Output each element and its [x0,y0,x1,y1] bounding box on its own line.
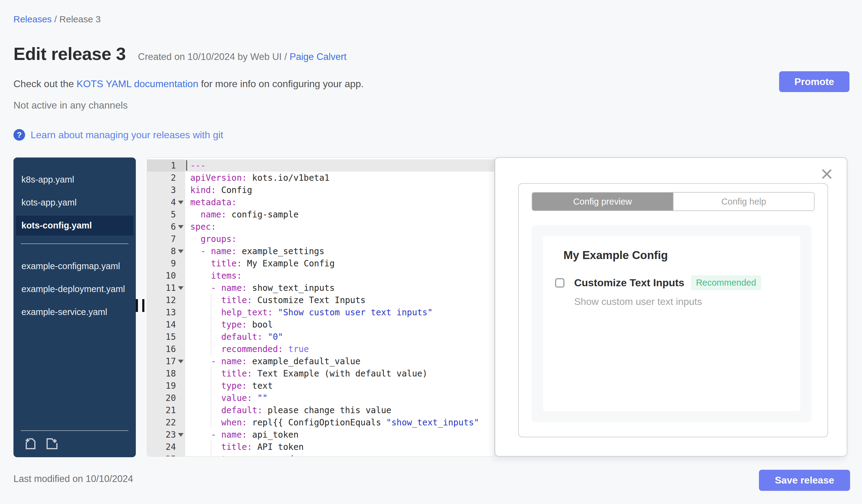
customize-text-inputs-checkbox[interactable] [555,278,564,288]
gutter-line-8: 8 [147,245,185,257]
code-line-12[interactable]: 12 title: Customize Text Inputs [147,294,494,306]
help-icon[interactable]: ? [13,129,25,141]
add-folder-icon[interactable] [45,436,59,451]
kots-yaml-doc-link[interactable]: KOTS YAML documentation [77,78,198,89]
code-text: when: repl{{ ConfigOptionEquals "show_te… [185,416,494,428]
gutter-line-1: 1 [147,159,185,172]
code-line-19[interactable]: 19 type: text [147,380,494,392]
gutter-line-14: 14 [147,318,185,331]
file-list-bottom: example-configmap.yamlexample-deployment… [13,252,136,322]
code-text: default: "0" [185,331,494,343]
fold-arrow-icon[interactable] [178,250,184,253]
fold-arrow-icon[interactable] [178,433,184,437]
line-number: 9 [171,258,176,268]
code-line-16[interactable]: 16 recommended: true [147,343,494,355]
gutter-line-13: 13 [147,306,185,318]
code-line-4[interactable]: 4metadata: [147,196,494,208]
line-number: 2 [171,173,176,183]
gutter-line-23: 23 [147,428,185,441]
code-text: apiVersion: kots.io/v1beta1 [185,172,494,184]
code-line-9[interactable]: 9 title: My Example Config [147,257,494,269]
breadcrumb-releases-link[interactable]: Releases [13,14,52,24]
code-line-14[interactable]: 14 type: bool [147,318,494,331]
code-line-11[interactable]: 11 - name: show_text_inputs [147,282,494,294]
fold-arrow-icon[interactable] [178,286,184,290]
config-tabs: Config previewConfig help [532,192,814,211]
git-releases-link[interactable]: Learn about managing your releases with … [30,129,223,141]
code-line-17[interactable]: 17 - name: example_default_value [147,355,494,367]
code-text: spec: [185,221,494,233]
sidebar-file-example-configmap.yaml[interactable]: example-configmap.yaml [13,256,136,276]
code-line-2[interactable]: 2apiVersion: kots.io/v1beta1 [147,172,494,184]
yaml-editor[interactable]: 1---2apiVersion: kots.io/v1beta13kind: C… [147,158,495,456]
tab-config-preview[interactable]: Config preview [532,193,673,210]
line-number: 12 [166,295,176,305]
code-line-18[interactable]: 18 title: Text Example (with default val… [147,367,494,380]
line-number: 16 [166,344,176,354]
line-number: 13 [166,307,176,317]
doc-line: Check out the KOTS YAML documentation fo… [13,78,364,90]
code-line-15[interactable]: 15 default: "0" [147,331,494,343]
sidebar-file-example-deployment.yaml[interactable]: example-deployment.yaml [13,279,136,299]
promote-button[interactable]: Promote [779,71,849,92]
code-line-20[interactable]: 20 value: "" [147,392,494,404]
fold-arrow-icon[interactable] [178,360,184,363]
code-line-3[interactable]: 3kind: Config [147,184,494,196]
save-release-button[interactable]: Save release [759,470,850,491]
sidebar-editor-resize-handle[interactable] [136,299,145,312]
code-text: name: config-sample [185,208,494,221]
code-text: - name: example_default_value [185,355,494,367]
git-help-row: ? Learn about managing your releases wit… [13,129,223,141]
sidebar-footer [13,430,136,457]
line-number: 21 [166,405,176,415]
gutter-line-19: 19 [147,380,185,392]
gutter-line-15: 15 [147,331,185,343]
code-line-21[interactable]: 21 default: please change this value [147,404,494,416]
breadcrumb-current: Release 3 [59,14,101,24]
code-line-5[interactable]: 5 name: config-sample [147,208,494,221]
resize-bar [136,299,138,312]
sidebar-file-k8s-app.yaml[interactable]: k8s-app.yaml [13,170,136,190]
gutter-line-20: 20 [147,392,185,404]
line-number: 6 [171,222,176,232]
config-item-label: Customize Text Inputs [574,277,684,289]
sidebar-file-kots-config.yaml[interactable]: kots-config.yaml [16,216,133,236]
code-line-22[interactable]: 22 when: repl{{ ConfigOptionEquals "show… [147,416,494,428]
line-number: 5 [171,210,176,220]
code-rows: 1---2apiVersion: kots.io/v1beta13kind: C… [147,158,494,456]
gutter-line-2: 2 [147,172,185,184]
code-text: - name: api_token [185,428,494,441]
code-text: - name: example_settings [185,245,494,257]
recommended-badge: Recommended [691,275,761,290]
config-group-card: My Example Config Customize Text Inputs … [543,236,800,411]
config-item-help-text: Show custom user text inputs [574,296,702,307]
code-text: title: Customize Text Inputs [185,294,494,306]
line-number: 19 [166,381,176,391]
sidebar-file-example-service.yaml[interactable]: example-service.yaml [13,302,136,322]
code-line-7[interactable]: 7 groups: [147,233,494,245]
line-number: 11 [166,283,176,293]
line-number: 14 [166,320,176,330]
author-link[interactable]: Paige Calvert [290,51,347,62]
code-line-25[interactable]: 25 type: password [147,453,494,456]
code-line-10[interactable]: 10 items: [147,269,494,282]
close-icon[interactable] [821,168,833,180]
code-text: default: please change this value [185,404,494,416]
tab-config-help[interactable]: Config help [673,193,814,210]
created-text: Created on 10/10/2024 by Web UI / Paige … [138,51,347,62]
code-line-8[interactable]: 8 - name: example_settings [147,245,494,257]
fold-arrow-icon[interactable] [178,201,184,204]
code-line-23[interactable]: 23 - name: api_token [147,428,494,441]
code-line-13[interactable]: 13 help_text: "Show custom user text inp… [147,306,494,318]
fold-arrow-icon[interactable] [178,225,184,229]
gutter-line-21: 21 [147,404,185,416]
sidebar-file-kots-app.yaml[interactable]: kots-app.yaml [13,193,136,213]
code-text: type: password [185,453,494,456]
gutter-line-5: 5 [147,208,185,221]
sidebar-divider [21,243,129,244]
add-file-icon[interactable] [23,436,38,451]
code-line-6[interactable]: 6spec: [147,221,494,233]
code-line-1[interactable]: 1--- [147,159,494,172]
gutter-line-6: 6 [147,221,185,233]
code-line-24[interactable]: 24 title: API token [147,441,494,453]
